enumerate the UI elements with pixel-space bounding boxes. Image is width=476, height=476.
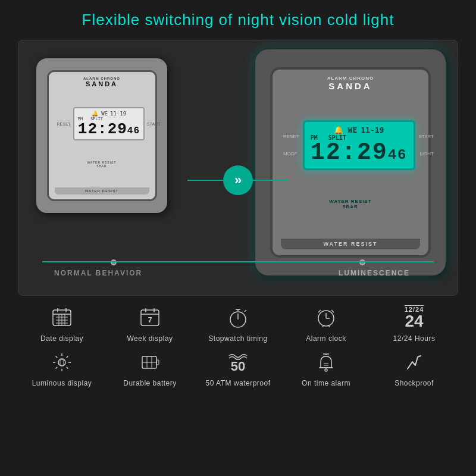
feature-luminous-label: Luminous display [32,379,92,387]
feature-date-label: Date display [40,334,83,343]
watch-top-row-right: 🔔 WE 11-19 [311,126,408,134]
svg-point-43 [325,369,327,371]
feature-waterproof: 50 50 ATM waterproof [202,349,274,387]
progress-line [42,261,434,262]
shockproof-icon [401,349,428,375]
page-title: Flexible switching of night vision cold … [6,11,470,29]
watch-right: ALARM CHRONO SANDA RESET MODE 🔔 WE 11-19… [255,49,446,275]
battery-icon [137,349,164,375]
waterproof-icon: 50 [225,349,252,375]
feature-hours-label: 12/24 Hours [393,334,436,343]
watch-bottom-left: WATER RESIST 5BAR [87,161,117,168]
label-luminescence: LUMINESCENCE [339,269,410,277]
alarm-clock-icon [313,304,340,331]
feature-battery-label: Durable battery [123,379,177,387]
watch-side-labels-right: RESET MODE 🔔 WE 11-19 PM SPLIT 12:2946 S… [281,120,420,170]
feature-luminous: Luminous display [26,349,98,387]
on-time-alarm-icon [313,349,340,375]
label-normal: NORMAL BEHAVIOR [54,269,142,277]
date-display-icon [49,304,76,331]
svg-line-24 [331,310,334,312]
feature-battery: Durable battery [114,349,186,387]
arrow-line-left [187,180,223,181]
watch-time-left: 12:2946 [78,121,140,137]
feature-stopwatch-label: Stopwatch timing [208,334,267,343]
week-display-icon: 7 [137,304,164,331]
feature-week-display: 7 Week display [114,304,186,343]
stopwatch-icon [225,304,252,331]
watch-face-right: ALARM CHRONO SANDA RESET MODE 🔔 WE 11-19… [270,67,431,258]
watch-section: ALARM CHRONO SANDA RESET 🔔 WE 11-19 PM S… [18,40,458,296]
transition-arrow: » [187,165,289,195]
feature-alarm-label: Alarm clock [306,334,346,343]
watch-face-left: ALARM CHRONO SANDA RESET 🔔 WE 11-19 PM S… [47,70,157,201]
svg-line-33 [67,367,68,368]
watch-resist-left: WATER RESIST [55,187,149,195]
header: Flexible switching of night vision cold … [0,0,476,35]
arrow-line-right [253,180,289,181]
svg-line-23 [318,310,321,312]
watch-resist-right: WATER RESIST [281,239,420,249]
watch-brand-left: ALARM CHRONO SANDA [83,77,120,87]
watch-display-area-right: 🔔 WE 11-19 PM SPLIT 12:2946 [303,120,415,170]
watch-display-area-left: 🔔 WE 11-19 PM SPLIT 12:2946 [73,107,145,140]
feature-week-label: Week display [127,334,173,343]
feature-waterproof-label: 50 ATM waterproof [206,379,271,387]
hours-icon: 12/24 24 [401,304,428,331]
progress-dot-right [359,259,365,265]
feature-alarm: Alarm clock [290,304,362,343]
features-row-1: Date display 7 Week display [18,304,458,343]
svg-point-27 [58,359,65,366]
watch-side-labels-left: RESET 🔔 WE 11-19 PM SPLIT 12:2946 START [55,107,149,140]
feature-shockproof: Shockproof [378,349,450,387]
svg-text:7: 7 [148,315,152,324]
watch-left: ALARM CHRONO SANDA RESET 🔔 WE 11-19 PM S… [36,58,167,213]
feature-on-time-alarm: On time alarm [290,349,362,387]
svg-line-32 [56,356,58,358]
feature-stopwatch: Stopwatch timing [202,304,274,343]
features-section: Date display 7 Week display [18,304,458,393]
watch-top-row-left: 🔔 WE 11-19 [78,111,140,117]
watch-brand-right: ALARM CHRONO SANDA [327,76,374,91]
arrow-circle: » [223,165,253,195]
page-container: Flexible switching of night vision cold … [0,0,476,476]
watch-bottom-right: WATER RESIST 5BAR [329,199,371,209]
luminous-icon [49,349,76,375]
feature-date-display: Date display [26,304,98,343]
svg-line-19 [245,310,246,312]
feature-hours: 12/24 24 12/24 Hours [378,304,450,343]
features-row-2: Luminous display Durable battery [18,349,458,387]
progress-dot-left [111,259,117,265]
svg-line-34 [67,356,68,358]
watch-time-right: 12:2946 [311,141,408,165]
feature-shockproof-label: Shockproof [394,379,434,387]
svg-line-35 [56,367,58,368]
feature-on-time-alarm-label: On time alarm [302,379,350,387]
